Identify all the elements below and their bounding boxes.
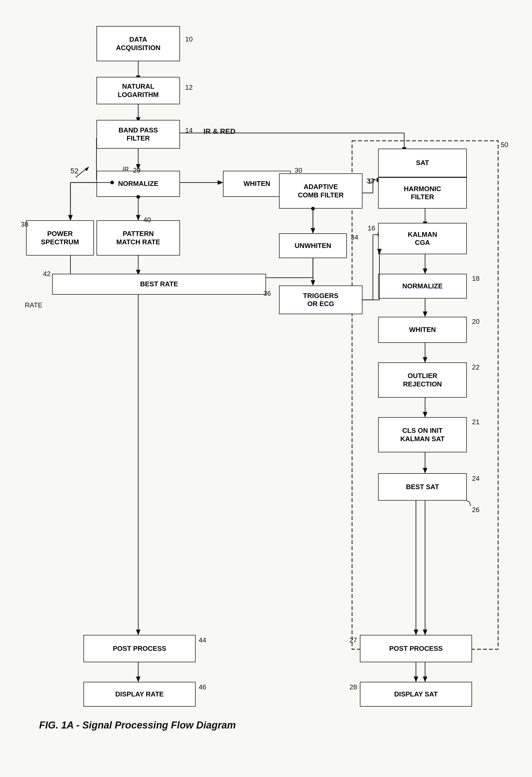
label-44: 44 — [199, 636, 206, 644]
svg-marker-81 — [414, 630, 418, 635]
label-28: 28 — [349, 683, 357, 691]
adaptive-comb-filter-block: ADAPTIVECOMB FILTER — [279, 174, 362, 209]
band-pass-filter-block: BAND PASSFILTER — [97, 120, 180, 149]
svg-marker-37 — [311, 280, 315, 286]
label-18: 18 — [472, 274, 480, 283]
rate-label: RATE — [25, 301, 42, 309]
ir-red-label: IR & RED — [203, 127, 235, 136]
label-22: 22 — [472, 363, 480, 371]
label-46: 46 — [199, 683, 206, 691]
svg-line-79 — [467, 501, 469, 502]
svg-marker-57 — [423, 468, 427, 473]
svg-marker-71 — [85, 167, 89, 171]
pattern-match-rate-block: PATTERNMATCH RATE — [97, 220, 180, 255]
label-40: 40 — [143, 216, 151, 224]
fig-label: FIG. 1A - Signal Processing Flow Diagram — [39, 719, 236, 731]
label-16: 16 — [368, 224, 375, 232]
display-rate-block: DISPLAY RATE — [84, 682, 196, 706]
best-rate-block: BEST RATE — [52, 274, 266, 295]
harmonic-filter-block: HARMONICFILTER — [378, 177, 467, 209]
normalize-left-block: NORMALIZE — [97, 171, 180, 197]
svg-marker-49 — [423, 268, 427, 274]
svg-marker-61 — [423, 677, 427, 682]
svg-marker-23 — [311, 228, 315, 233]
label-20: 20 — [472, 318, 480, 326]
label-17: 17 — [368, 177, 375, 185]
normalize-right-block: NORMALIZE — [378, 274, 467, 299]
svg-marker-59 — [423, 630, 427, 635]
label-21: 21 — [472, 418, 480, 426]
svg-marker-15 — [218, 181, 223, 185]
whiten-right-block: WHITEN — [378, 317, 467, 343]
svg-line-78 — [469, 502, 471, 506]
svg-marker-68 — [68, 215, 73, 220]
label-38: 38 — [21, 220, 28, 228]
kalman-cga-block: KALMANCGA — [378, 223, 467, 254]
label-14: 14 — [185, 126, 193, 134]
svg-marker-18 — [68, 215, 73, 220]
natural-logarithm-block: NATURALLOGARITHM — [97, 77, 180, 104]
power-spectrum-block: POWERSPECTRUM — [26, 220, 94, 255]
svg-marker-51 — [423, 312, 427, 317]
outlier-rejection-block: OUTLIERREJECTION — [378, 362, 467, 398]
label-50: 50 — [501, 141, 508, 149]
cls-kalman-block: CLS ON INITKALMAN SAT — [378, 417, 467, 452]
label-29: 29 — [133, 166, 140, 175]
svg-marker-41 — [136, 677, 140, 682]
label-42: 42 — [43, 270, 50, 278]
diagram-container: DATAACQUISITION 10 NATURALLOGARITHM 12 B… — [0, 0, 532, 777]
label-34: 34 — [351, 233, 358, 241]
svg-marker-77 — [414, 677, 418, 682]
triggers-or-ecg-block: TRIGGERSOR ECG — [279, 286, 362, 314]
unwhiten-block: UNWHITEN — [279, 233, 347, 258]
post-process-right-block: POST PROCESS — [360, 635, 472, 662]
label-52: 52 — [71, 167, 79, 175]
label-24: 24 — [472, 474, 480, 483]
svg-marker-13 — [136, 215, 140, 220]
svg-marker-53 — [423, 357, 427, 362]
label-10: 10 — [185, 35, 193, 43]
post-process-left-block: POST PROCESS — [84, 635, 196, 662]
best-sat-block: BEST SAT — [378, 473, 467, 501]
label-36: 36 — [263, 290, 271, 298]
data-acquisition-block: DATAACQUISITION — [97, 26, 180, 61]
svg-marker-39 — [136, 630, 140, 635]
label-27: 27 — [349, 636, 357, 644]
label-26: 26 — [472, 506, 480, 514]
display-sat-block: DISPLAY SAT — [360, 682, 472, 706]
sat-block: SAT — [378, 149, 467, 177]
svg-marker-55 — [423, 412, 427, 417]
label-12: 12 — [185, 84, 193, 92]
